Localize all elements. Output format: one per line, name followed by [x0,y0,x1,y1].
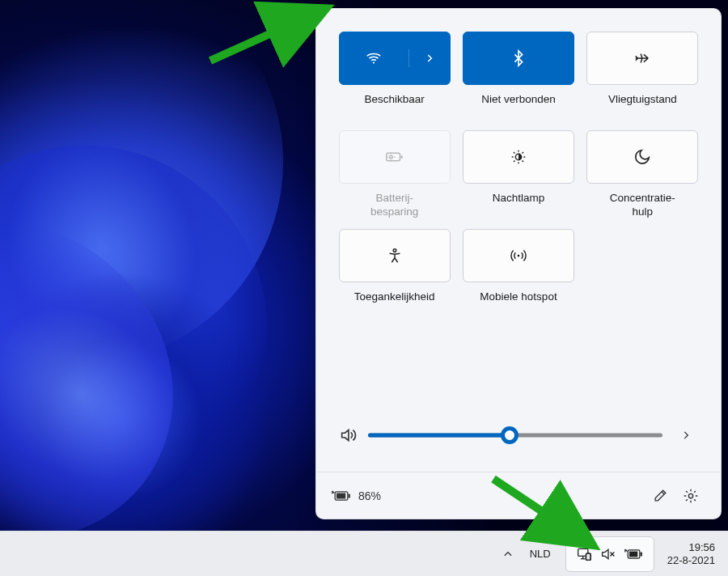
bluetooth-icon [510,49,527,67]
svg-point-3 [389,155,392,159]
accessibility-icon [386,247,404,265]
all-settings-button[interactable] [675,481,706,511]
battery-status[interactable]: 86% [331,489,381,503]
tray-overflow-button[interactable] [496,538,520,570]
volume-row [316,400,721,472]
night-light-tile-label: Nachtlamp [493,192,545,221]
svg-rect-8 [349,493,350,498]
hotspot-icon [509,247,528,265]
svg-rect-1 [386,153,400,160]
night-light-tile[interactable] [463,130,574,184]
quick-settings-footer: 86% [316,472,721,519]
chevron-right-icon [424,53,435,64]
wifi-tile-label: Beschikbaar [365,93,425,122]
svg-rect-12 [586,553,590,560]
bluetooth-tile-label: Niet verbonden [481,93,556,122]
svg-rect-16 [629,551,637,557]
edit-quick-settings-button[interactable] [645,481,675,511]
focus-assist-tile[interactable] [586,130,698,184]
accessibility-tile-label: Toegankelijkheid [354,290,435,320]
svg-point-5 [393,249,396,252]
volume-slider[interactable] [368,426,662,445]
quick-settings-panel: Beschikbaar Niet verbonden [315,8,722,519]
volume-icon[interactable] [339,426,357,444]
quick-settings-tiles: Beschikbaar Niet verbonden [316,9,721,326]
svg-rect-15 [640,552,641,556]
gear-icon [683,488,699,504]
battery-charging-icon [331,489,352,503]
network-icon [576,547,592,561]
wifi-toggle[interactable] [340,49,409,67]
focus-assist-tile-label: Concentratie- hulp [610,192,675,221]
svg-point-0 [373,61,375,63]
wifi-tile[interactable] [339,32,451,85]
accessibility-tile[interactable] [339,229,451,282]
battery-saver-tile[interactable] [339,130,451,184]
language-text: NLD [530,548,551,560]
clock-date[interactable]: 19:56 22-8-2021 [661,541,718,566]
airplane-icon [633,49,651,67]
volume-muted-icon [600,547,616,561]
clock-time: 19:56 [667,541,715,554]
battery-saver-tile-label: Batterij- besparing [370,192,418,221]
battery-percent-text: 86% [358,489,381,502]
night-light-icon [510,148,527,166]
chevron-up-icon [502,548,514,560]
wifi-expand-button[interactable] [409,53,450,64]
focus-assist-icon [633,148,651,166]
battery-saver-icon [384,148,405,166]
mobile-hotspot-tile-label: Mobiele hotspot [480,290,557,320]
volume-output-button[interactable] [674,423,698,447]
language-indicator[interactable]: NLD [522,538,559,570]
pencil-icon [653,488,668,503]
system-tray-pill[interactable] [565,536,654,572]
svg-rect-9 [336,493,345,498]
wifi-icon [365,49,383,67]
battery-tray-icon [624,548,644,561]
bluetooth-tile[interactable] [463,32,574,85]
taskbar: NLD 19:56 [0,531,728,576]
airplane-mode-tile[interactable] [586,32,698,85]
svg-point-6 [518,255,520,257]
svg-point-10 [688,493,692,498]
airplane-mode-tile-label: Vliegtuigstand [608,93,677,122]
chevron-right-icon [680,430,692,441]
mobile-hotspot-tile[interactable] [463,229,574,282]
svg-rect-2 [400,155,402,159]
clock-date-text: 22-8-2021 [667,554,715,567]
